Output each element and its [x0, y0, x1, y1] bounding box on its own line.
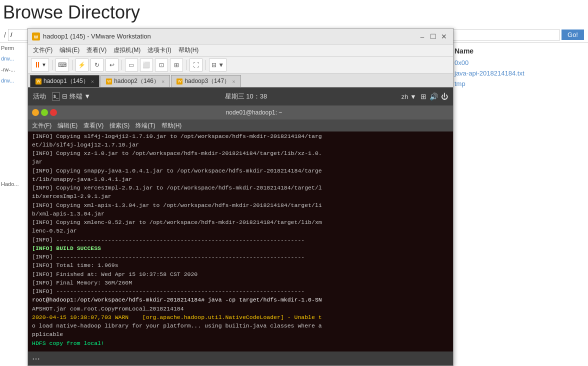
right-panel-header: Name: [454, 47, 584, 55]
toolbar-separator-2: [72, 60, 72, 70]
vmware-send-ctrl-alt-del-button[interactable]: ⌨: [56, 58, 69, 72]
go-button[interactable]: Go!: [562, 30, 584, 40]
network-icon[interactable]: ⊞: [420, 92, 426, 100]
terminal-line: ib/xercesImpl-2.9.1.jar: [32, 192, 449, 200]
terminal-line: [INFO] Copying xmlenc-0.52.jar to /opt/w…: [32, 218, 449, 226]
terminal-line: [INFO] Copying xml-apis-1.3.04.jar to /o…: [32, 201, 449, 210]
terminal-line: [INFO] BUILD SUCCESS: [32, 244, 449, 252]
vmware-view-btn4[interactable]: ⊞: [170, 58, 183, 72]
terminal-line: APSHOT.jar com.root.CopyFromLocal_201821…: [32, 304, 449, 313]
vm-tab-icon-hadoop1: W: [36, 78, 42, 84]
toolbar-separator-4: [186, 60, 186, 70]
linux-terminal-label[interactable]: $_ ⊟ 终端 ▼: [52, 92, 90, 101]
terminal-menubar: 文件(F) 编辑(E) 查看(V) 搜索(S) 终端(T) 帮助(H): [28, 120, 453, 132]
terminal-line: [INFO] Copying xz-1.0.jar to /opt/worksp…: [32, 149, 449, 158]
vmware-title: hadoop1 (145) - VMware Workstation: [43, 32, 416, 40]
vmware-view-btn1[interactable]: ▭: [125, 58, 138, 72]
linux-bottombar: ⋯: [28, 352, 453, 366]
vm-tab-close-hadoop2[interactable]: ×: [162, 78, 164, 84]
vmware-view-btn3[interactable]: ⊡: [155, 58, 168, 72]
right-panel-item-0x00[interactable]: 0x00: [454, 59, 584, 66]
vmware-close-button[interactable]: ✕: [439, 32, 449, 42]
vmware-menu-tabs[interactable]: 选项卡(I): [144, 45, 174, 56]
terminal-line: o load native-hadoop library for your pl…: [32, 322, 449, 330]
vmware-maximize-button[interactable]: ☐: [428, 32, 438, 42]
terminal-line: [INFO] Finished at: Wed Apr 15 10:37:58 …: [32, 270, 449, 278]
vmware-menu-vm[interactable]: 虚拟机(M): [110, 45, 144, 56]
terminal-line: 2020-04-15 10:38:07,703 WARN [org.apache…: [32, 313, 449, 322]
vm-tab-close-hadoop1[interactable]: ×: [91, 78, 94, 84]
terminal-body[interactable]: [INFO] Copying slf4j-api-1.7.10.jar to /…: [28, 132, 453, 352]
terminal-line: [INFO] Copying xercesImpl-2.9.1.jar to /…: [32, 184, 449, 192]
vmware-menu-edit[interactable]: 编辑(E): [56, 45, 82, 56]
vmware-menubar: 文件(F) 编辑(E) 查看(V) 虚拟机(M) 选项卡(I) 帮助(H): [28, 44, 453, 56]
terminal-icon: $_: [52, 92, 60, 100]
terminal-titlebar: node01@hadoop1: ~: [28, 106, 453, 120]
vm-tab-hadoop2[interactable]: W hadoop2（146） ×: [100, 75, 170, 87]
toolbar-separator-3: [122, 60, 122, 70]
vmware-menu-file[interactable]: 文件(F): [30, 45, 56, 56]
vm-tab-icon-hadoop2: W: [106, 78, 112, 84]
terminal-menu-terminal[interactable]: 终端(T): [136, 122, 155, 130]
right-panel-item-java-api[interactable]: java-api-2018214184.txt: [454, 70, 584, 77]
vmware-toolbar: ⏸▼ ⌨ ⚡ ↻ ↩ ▭ ⬜ ⊡ ⊞ ⛶ ⊟ ▼: [28, 56, 453, 74]
vmware-menu-view[interactable]: 查看(V): [84, 45, 110, 56]
linux-topbar: 活动 $_ ⊟ 终端 ▼ 星期三 10：38 zh ▼ ⊞ 🔊 ⏻: [28, 88, 453, 106]
vm-tab-close-hadoop3[interactable]: ×: [232, 78, 235, 84]
terminal-line: root@hadoop1:/opt/workspace/hdfs-mkdir-2…: [32, 296, 449, 304]
linux-clock: 星期三 10：38: [90, 92, 402, 101]
vmware-power-btn3[interactable]: ↩: [106, 58, 118, 72]
terminal-window: node01@hadoop1: ~ 文件(F) 编辑(E) 查看(V) 搜索(S…: [28, 106, 453, 366]
vmware-fullscreen-button[interactable]: ⛶: [190, 58, 202, 72]
terminal-line: pplicable: [32, 330, 449, 338]
terminal-title: node01@hadoop1: ~: [59, 109, 449, 116]
terminal-line: HDFS copy from local!: [32, 339, 449, 348]
terminal-line: lenc-0.52.jar: [32, 226, 449, 235]
terminal-close-button[interactable]: [50, 109, 57, 116]
vm-tab-label-hadoop1: hadoop1（145）: [44, 77, 89, 86]
terminal-line: jar: [32, 158, 449, 166]
terminal-line: b/xml-apis-1.3.04.jar: [32, 210, 449, 218]
toolbar-separator-5: [206, 60, 206, 70]
volume-icon[interactable]: 🔊: [430, 92, 438, 100]
terminal-menu-search[interactable]: 搜索(S): [110, 122, 130, 130]
terminal-maximize-button[interactable]: [41, 109, 48, 116]
vm-tab-hadoop1[interactable]: W hadoop1（145） ×: [30, 75, 100, 87]
file-row-left: drw... -rw-... drw...: [1, 53, 28, 86]
vmware-display-button[interactable]: ⊟ ▼: [209, 58, 226, 72]
vmware-power-btn2[interactable]: ↻: [90, 58, 104, 72]
linux-apps-button[interactable]: ⋯: [32, 354, 40, 364]
terminal-menu-edit[interactable]: 编辑(E): [58, 122, 78, 130]
vmware-titlebar: W hadoop1 (145) - VMware Workstation ‒ ☐…: [28, 28, 453, 44]
svg-text:W: W: [34, 34, 38, 40]
terminal-line: [INFO] Copying slf4j-log4j12-1.7.10.jar …: [32, 132, 449, 140]
sidebar-perm-label: Perm: [1, 45, 28, 51]
toolbar-separator-1: [52, 60, 52, 70]
vmware-menu-help[interactable]: 帮助(H): [176, 45, 202, 56]
terminal-line: [INFO] ---------------------------------…: [32, 236, 449, 244]
power-icon[interactable]: ⏻: [441, 92, 448, 100]
terminal-line: [INFO] Final Memory: 36M/260M: [32, 278, 449, 287]
vmware-power-btn1[interactable]: ⚡: [76, 58, 88, 72]
vmware-view-btn2[interactable]: ⬜: [140, 58, 153, 72]
terminal-line: [INFO] Copying snappy-java-1.0.4.1.jar t…: [32, 166, 449, 175]
terminal-menu-help[interactable]: 帮助(H): [162, 122, 182, 130]
breadcrumb-slash: /: [4, 31, 6, 39]
terminal-line: et/lib/slf4j-log4j12-1.7.10.jar: [32, 140, 449, 149]
terminal-line: t/lib/snappy-java-1.0.4.1.jar: [32, 175, 449, 184]
linux-sys-icons: ⊞ 🔊 ⏻: [420, 92, 448, 100]
vm-tab-hadoop3[interactable]: W hadoop3（147） ×: [171, 75, 240, 87]
vm-tab-icon-hadoop3: W: [176, 78, 182, 84]
terminal-line: [INFO] ---------------------------------…: [32, 252, 449, 261]
vm-tab-label-hadoop2: hadoop2（146）: [114, 77, 160, 86]
linux-activities-button[interactable]: 活动: [33, 92, 46, 101]
terminal-minimize-button[interactable]: [32, 109, 39, 116]
right-panel-item-tmp[interactable]: tmp: [454, 80, 584, 88]
terminal-menu-file[interactable]: 文件(F): [32, 122, 52, 130]
vmware-pause-button[interactable]: ⏸▼: [31, 58, 49, 72]
terminal-menu-view[interactable]: 查看(V): [84, 122, 104, 130]
page-title: Browse Directory: [3, 0, 140, 25]
vm-tabs: W hadoop1（145） × W hadoop2（146） × W hado…: [28, 74, 453, 88]
vmware-minimize-button[interactable]: ‒: [417, 32, 427, 42]
linux-locale[interactable]: zh ▼: [402, 93, 416, 100]
